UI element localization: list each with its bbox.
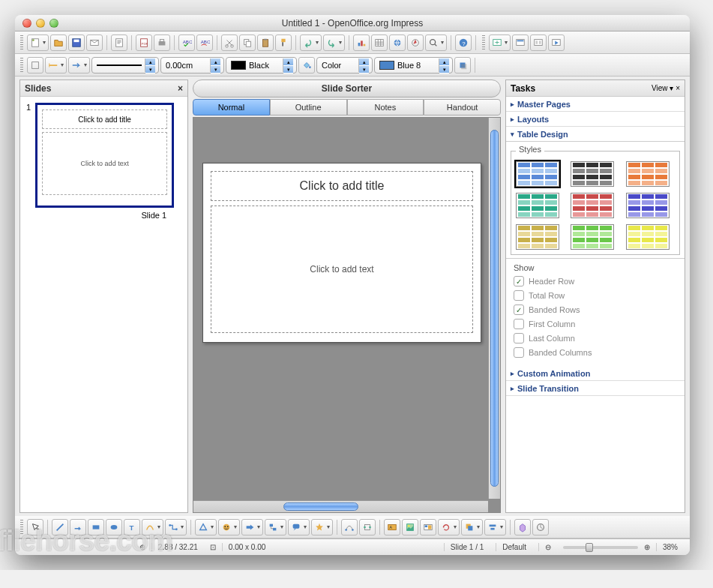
insert-slide-button[interactable] (489, 34, 511, 51)
line-endings-button[interactable] (45, 57, 67, 74)
zoom-button[interactable] (425, 34, 447, 51)
section-master-pages[interactable]: ▸Master Pages (506, 97, 685, 112)
checkbox-first-column[interactable] (514, 319, 524, 329)
slide-layout-button[interactable] (530, 34, 547, 51)
effects-button[interactable] (27, 57, 43, 74)
help-button[interactable]: ? (455, 34, 472, 51)
slideshow-button[interactable] (548, 34, 565, 51)
table-style-swatch[interactable] (571, 224, 614, 250)
export-pdf-button[interactable]: PDF (136, 34, 152, 51)
checkbox-banded-columns[interactable] (514, 347, 524, 358)
tasks-view-menu[interactable]: View (652, 84, 668, 92)
fontwork-button[interactable]: A (384, 519, 400, 536)
section-table-design[interactable]: ▾Table Design (506, 127, 685, 142)
line-fill-toolbar: ▴▾ 0.00cm ▴▾ Black ▴▾ Color ▴▾ Blue 8 ▴▾ (15, 54, 690, 76)
cut-button[interactable] (221, 34, 238, 51)
slide-canvas[interactable]: Click to add title Click to add text (202, 163, 481, 343)
format-paintbrush-button[interactable] (275, 34, 292, 51)
table-button[interactable] (371, 34, 388, 51)
vertical-scrollbar[interactable] (488, 118, 500, 499)
paste-button[interactable] (257, 34, 274, 51)
canvas-area[interactable]: Click to add title Click to add text (193, 117, 501, 513)
symbol-shapes-button[interactable] (218, 519, 240, 536)
position-button[interactable] (461, 519, 483, 536)
section-slide-transition[interactable]: ▸Slide Transition (506, 381, 685, 396)
line-width-field[interactable]: 0.00cm ▴▾ (160, 57, 224, 74)
tab-notes[interactable]: Notes (347, 99, 424, 116)
chart-button[interactable] (353, 34, 370, 51)
tasks-panel: Tasks View ▾ × ▸Master Pages ▸Layouts ▾T… (505, 80, 685, 513)
callouts-button[interactable] (288, 519, 310, 536)
edit-file-button[interactable] (111, 34, 127, 51)
tab-outline[interactable]: Outline (270, 99, 347, 116)
spellcheck-button[interactable]: ABC (178, 34, 195, 51)
svg-rect-38 (461, 64, 466, 69)
rotate-button[interactable] (438, 519, 460, 536)
basic-shapes-button[interactable] (195, 519, 217, 536)
toolbar-grip[interactable] (20, 58, 23, 73)
content-placeholder[interactable]: Click to add text (211, 206, 473, 333)
print-button[interactable] (154, 34, 170, 51)
autospell-button[interactable]: ABC (196, 34, 213, 51)
stars-button[interactable] (311, 519, 333, 536)
svg-rect-9 (160, 39, 163, 41)
checkbox-last-column[interactable] (514, 333, 524, 344)
gallery-button[interactable] (420, 519, 436, 536)
block-arrows-button[interactable] (241, 519, 263, 536)
undo-button[interactable] (300, 34, 322, 51)
open-button[interactable] (50, 34, 67, 51)
new-doc-button[interactable] (27, 34, 49, 51)
fill-color-select[interactable]: Blue 8 ▴▾ (374, 57, 453, 74)
shadow-button[interactable] (454, 57, 471, 74)
close-panel-button[interactable]: × (178, 83, 183, 94)
checkbox-header-row[interactable]: ✓ (514, 276, 524, 286)
table-style-swatch[interactable] (571, 161, 614, 187)
table-style-swatch[interactable] (571, 193, 614, 218)
table-style-swatch[interactable] (516, 161, 559, 187)
svg-rect-21 (364, 44, 366, 46)
line-color-select[interactable]: Black ▴▾ (226, 57, 297, 74)
line-style-select[interactable]: ▴▾ (91, 57, 159, 74)
table-style-swatch[interactable] (626, 193, 670, 218)
from-file-button[interactable] (402, 519, 418, 536)
title-placeholder[interactable]: Click to add title (211, 171, 473, 201)
table-style-swatch[interactable] (626, 161, 670, 187)
toolbar-grip[interactable] (20, 35, 23, 50)
area-style-select[interactable]: Color ▴▾ (316, 57, 373, 74)
flowchart-button[interactable] (265, 519, 286, 536)
table-style-swatch[interactable] (626, 224, 670, 250)
hyperlink-button[interactable] (389, 34, 406, 51)
svg-rect-63 (468, 526, 472, 530)
status-zoom: 38% (656, 543, 684, 551)
slide-thumbnail[interactable]: Click to add title Click to add text (35, 103, 174, 208)
section-custom-animation[interactable]: ▸Custom Animation (506, 366, 685, 381)
section-layouts[interactable]: ▸Layouts (506, 112, 685, 127)
points-button[interactable] (341, 519, 358, 536)
tab-normal[interactable]: Normal (193, 99, 270, 116)
checkbox-total-row[interactable] (514, 290, 524, 301)
extrusion-button[interactable] (514, 519, 531, 536)
horizontal-scrollbar[interactable] (193, 500, 488, 512)
area-fill-button[interactable] (298, 57, 315, 74)
slides-panel-title: Slides (25, 83, 51, 94)
table-style-swatch[interactable] (516, 193, 559, 218)
arrow-style-button[interactable] (68, 57, 90, 74)
zoom-slider[interactable] (563, 546, 638, 549)
checkbox-banded-rows[interactable]: ✓ (514, 304, 524, 315)
titlebar: Untitled 1 - OpenOffice.org Impress (15, 15, 690, 32)
copy-button[interactable] (239, 34, 256, 51)
email-button[interactable] (86, 34, 103, 51)
table-style-swatch[interactable] (516, 224, 559, 250)
svg-rect-49 (293, 524, 300, 528)
save-button[interactable] (68, 34, 85, 51)
alignment-button[interactable] (484, 519, 506, 536)
gluepoints-button[interactable] (359, 519, 376, 536)
toolbar-grip[interactable] (482, 35, 485, 50)
redo-button[interactable] (323, 34, 345, 51)
tab-handout[interactable]: Handout (424, 99, 501, 116)
navigator-button[interactable] (407, 34, 424, 51)
svg-rect-22 (376, 39, 384, 46)
slides-panel: Slides × 1 Click to add title Click to a… (19, 80, 188, 513)
slide-design-button[interactable] (512, 34, 529, 51)
interaction-button[interactable] (532, 519, 549, 536)
